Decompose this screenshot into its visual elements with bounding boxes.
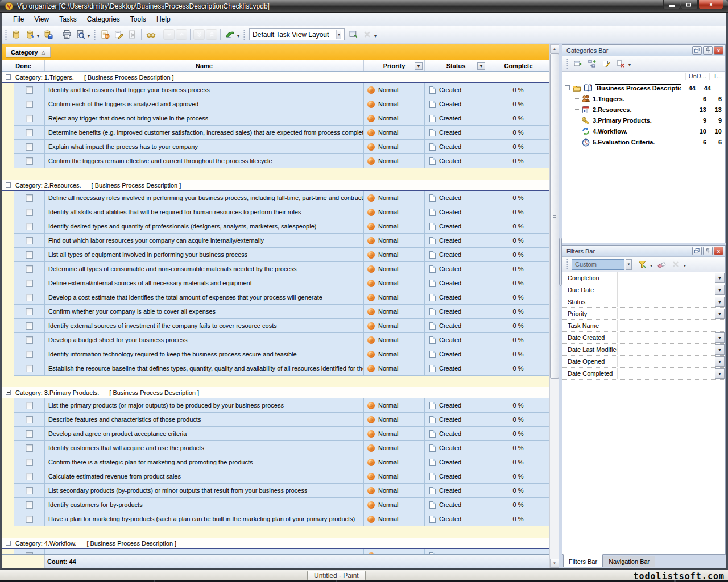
category-group-header[interactable]: Category: 2.Resources.[ Business Process… <box>2 180 549 191</box>
apply-filter-dropdown-icon[interactable]: ▾ <box>650 264 652 268</box>
priority-cell[interactable]: Normal <box>364 140 425 154</box>
priority-cell[interactable]: Normal <box>364 126 425 140</box>
filter-dropdown-icon[interactable]: ▼ <box>715 285 725 295</box>
category-group-header[interactable]: Category: 4.Workflow.[ Business Process … <box>2 538 549 549</box>
priority-cell[interactable]: Normal <box>364 469 425 484</box>
tree-item-category[interactable]: 4.Workflow.1010 <box>562 126 725 136</box>
priority-cell[interactable]: Normal <box>364 248 425 262</box>
tree-item-category[interactable]: 2.Resources.1313 <box>562 104 725 115</box>
priority-cell[interactable]: Normal <box>364 361 425 376</box>
task-name-cell[interactable]: Reject any trigger that does not bring v… <box>45 111 364 126</box>
task-name-cell[interactable]: List all types of equipment involved in … <box>45 248 364 262</box>
tree-item-label[interactable]: 2.Resources. <box>593 106 686 113</box>
filter-value-field[interactable] <box>618 308 714 319</box>
move-to-top-icon[interactable] <box>206 29 217 40</box>
minimize-button[interactable] <box>663 0 680 9</box>
priority-cell[interactable]: Normal <box>364 498 425 512</box>
menu-tasks[interactable]: Tasks <box>54 13 82 26</box>
task-name-cell[interactable]: Define all necessary roles involved in p… <box>45 191 364 205</box>
move-to-bottom-icon[interactable] <box>193 29 205 40</box>
task-name-cell[interactable]: Break down the process into key implemen… <box>45 549 364 554</box>
task-name-cell[interactable]: Calculate estimated revenue from product… <box>45 469 364 484</box>
done-checkbox[interactable] <box>26 402 33 409</box>
filter-value-field[interactable] <box>618 272 714 284</box>
priority-cell[interactable]: Normal <box>364 83 425 97</box>
complete-cell[interactable]: 0 % <box>487 154 549 168</box>
move-down-icon[interactable] <box>163 29 175 40</box>
filter-dropdown-icon[interactable]: ▼ <box>715 332 725 343</box>
complete-cell[interactable]: 0 % <box>487 319 549 333</box>
column-header-complete[interactable]: Complete <box>487 60 549 71</box>
panel-restore-button[interactable] <box>692 247 702 255</box>
filter-dropdown-icon[interactable]: ▼ <box>715 356 725 367</box>
panel-restore-button[interactable] <box>692 46 702 55</box>
close-button[interactable]: x <box>698 0 723 9</box>
open-database-dropdown-icon[interactable]: ▾ <box>37 34 39 39</box>
column-header-done[interactable]: Done <box>2 60 45 71</box>
task-name-cell[interactable]: Identify external sources of investment … <box>45 319 364 333</box>
done-checkbox[interactable] <box>26 294 33 301</box>
priority-cell[interactable]: Normal <box>364 398 425 413</box>
status-cell[interactable]: Created <box>425 205 487 219</box>
priority-cell[interactable]: Normal <box>364 290 425 305</box>
status-cell[interactable]: Created <box>425 191 487 205</box>
status-cell[interactable]: Created <box>425 484 487 498</box>
collapse-group-icon[interactable] <box>6 390 11 395</box>
complete-cell[interactable]: 0 % <box>487 140 549 154</box>
status-cell[interactable]: Created <box>425 469 487 484</box>
filter-value-field[interactable] <box>618 344 714 355</box>
group-by-category-button[interactable]: Category △ <box>6 47 51 57</box>
complete-cell[interactable]: 0 % <box>487 205 549 219</box>
complete-cell[interactable]: 0 % <box>487 333 549 347</box>
priority-cell[interactable]: Normal <box>364 484 425 498</box>
priority-cell[interactable]: Normal <box>364 234 425 248</box>
task-name-cell[interactable]: Confirm whether your company is able to … <box>45 305 364 319</box>
complete-cell[interactable]: 0 % <box>487 111 549 126</box>
status-cell[interactable]: Created <box>425 305 487 319</box>
status-cell[interactable]: Created <box>425 455 487 469</box>
filter-value-field[interactable] <box>618 320 725 331</box>
edit-task-icon[interactable] <box>112 28 125 41</box>
status-cell[interactable]: Created <box>425 126 487 140</box>
done-checkbox[interactable] <box>26 265 33 273</box>
done-checkbox[interactable] <box>26 365 33 372</box>
panel-close-button[interactable]: x <box>714 46 723 55</box>
status-cell[interactable]: Created <box>425 549 487 554</box>
scroll-up-icon[interactable]: ▲ <box>550 44 559 53</box>
filter-dropdown-icon[interactable]: ▼ <box>715 273 725 283</box>
move-up-icon[interactable] <box>176 29 187 40</box>
collapse-group-icon[interactable] <box>6 541 11 546</box>
done-checkbox[interactable] <box>26 430 33 438</box>
task-name-cell[interactable]: Have a plan for marketing by-products (s… <box>45 512 364 526</box>
status-cell[interactable]: Created <box>425 441 487 455</box>
task-name-cell[interactable]: Identify and list reasons that trigger y… <box>45 83 364 97</box>
print-dropdown-icon[interactable]: ▾ <box>88 34 90 39</box>
complete-cell[interactable]: 0 % <box>487 305 549 319</box>
tree-item-label[interactable]: 1.Triggers. <box>593 95 686 102</box>
task-name-cell[interactable]: Develop a cost estimate that identifies … <box>45 290 364 305</box>
status-cell[interactable]: Created <box>425 111 487 126</box>
view-glasses-icon[interactable] <box>144 28 157 41</box>
complete-cell[interactable]: 0 % <box>487 512 549 526</box>
priority-cell[interactable]: Normal <box>364 413 425 427</box>
done-checkbox[interactable] <box>26 473 33 480</box>
priority-cell[interactable]: Normal <box>364 427 425 441</box>
apply-filter-icon[interactable] <box>636 258 648 271</box>
categories-toolbar-dropdown-icon[interactable]: ▾ <box>628 63 631 68</box>
filter-dropdown-icon[interactable]: ▼ <box>715 297 725 307</box>
status-cell[interactable]: Created <box>425 234 487 248</box>
done-checkbox[interactable] <box>26 351 33 358</box>
status-cell[interactable]: Created <box>425 219 487 234</box>
taskbar-paint-button[interactable]: Untitled - Paint <box>307 571 366 580</box>
status-cell[interactable]: Created <box>425 333 487 347</box>
status-cell[interactable]: Created <box>425 512 487 526</box>
priority-cell[interactable]: Normal <box>364 97 425 111</box>
new-category-icon[interactable] <box>572 57 584 70</box>
priority-cell[interactable]: Normal <box>364 441 425 455</box>
delete-task-icon[interactable] <box>126 28 138 41</box>
task-name-cell[interactable]: Develop and agree on product acceptance … <box>45 427 364 441</box>
priority-filter-dropdown-icon[interactable]: ▼ <box>415 62 423 70</box>
priority-cell[interactable]: Normal <box>364 219 425 234</box>
complete-cell[interactable]: 0 % <box>487 549 549 554</box>
priority-cell[interactable]: Normal <box>364 347 425 361</box>
